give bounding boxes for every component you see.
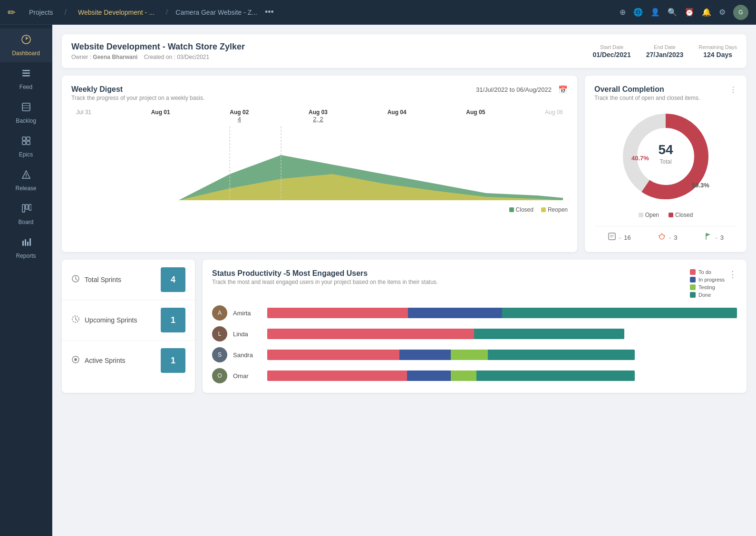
active-sprints-label-group: Active Sprints: [71, 355, 126, 366]
svg-rect-9: [22, 141, 26, 145]
end-date-item: End Date 27/Jan/2023: [646, 44, 684, 58]
backlog-icon: [21, 102, 31, 115]
sidebar-backlog-label: Backlog: [16, 117, 36, 124]
remaining-label: Remaining Days: [698, 44, 737, 50]
settings-icon[interactable]: ⚙: [719, 8, 726, 17]
end-date-value: 27/Jan/2023: [646, 51, 684, 58]
project-title: Website Development - Watch Store Zylker: [71, 42, 245, 52]
digest-header: Weekly Digest Track the progress of your…: [71, 85, 568, 101]
bar-amirta-inprogress: [408, 308, 502, 318]
avatar[interactable]: G: [733, 5, 748, 20]
bell-icon[interactable]: 🔔: [702, 8, 711, 17]
legend-open-label: Open: [645, 212, 659, 218]
stat-tasks: - 16: [608, 232, 631, 243]
sidebar-item-reports[interactable]: Reports: [0, 231, 52, 265]
total-sprints-row: Total Sprints 4: [62, 260, 195, 300]
sidebar-feed-label: Feed: [19, 84, 32, 90]
bottom-grid: Total Sprints 4 Upcoming Sprints: [62, 260, 746, 393]
sidebar: Dashboard Feed Backlog: [0, 25, 52, 536]
day-name-1: Aug 01: [151, 109, 170, 116]
topbar-projects[interactable]: Projects: [25, 7, 57, 18]
sidebar-release-label: Release: [15, 185, 36, 192]
upcoming-sprints-badge: 1: [161, 308, 185, 332]
bar-linda: [267, 329, 624, 339]
search-icon[interactable]: 🔍: [668, 8, 677, 17]
topbar-divider: /: [65, 8, 67, 17]
day-count-2: 4: [230, 116, 249, 123]
legend-todo-label: To do: [698, 269, 711, 275]
sidebar-item-board[interactable]: Board: [0, 197, 52, 231]
stat-bugs: - 3: [658, 232, 678, 243]
legend-closed-label: Closed: [516, 206, 533, 213]
avatar-amirta-inner: A: [212, 305, 227, 321]
feed-icon: [21, 68, 31, 81]
donut-chart-svg: 40.7% 59.3% 54 Total: [618, 109, 713, 204]
svg-text:Total: Total: [659, 158, 671, 165]
end-date-label: End Date: [646, 44, 684, 50]
digest-date-range: 31/Jul/2022 to 06/Aug/2022: [476, 86, 552, 93]
chart-area: [76, 127, 563, 203]
total-sprints-text: Total Sprints: [85, 276, 121, 283]
add-icon[interactable]: ⊕: [620, 8, 626, 17]
day-col-1: Aug 01: [151, 109, 170, 123]
globe-icon[interactable]: 🌐: [633, 8, 643, 17]
sidebar-item-feed[interactable]: Feed: [0, 62, 52, 96]
topbar-center-tab[interactable]: Camera Gear Website - Z...: [175, 9, 257, 16]
prod-menu[interactable]: ⋮: [728, 269, 737, 280]
topbar-right: ⊕ 🌐 👤 🔍 ⏰ 🔔 ⚙ G: [620, 5, 748, 20]
day-col-5: Aug 05: [466, 109, 485, 123]
project-info: Website Development - Watch Store Zylker…: [71, 42, 245, 60]
topbar-active-tab[interactable]: Website Development - ...: [74, 7, 158, 18]
svg-text:40.7%: 40.7%: [631, 155, 649, 162]
chart-legend: Closed Reopen: [71, 206, 568, 213]
total-sprints-icon: [71, 274, 80, 285]
avatar-sandra-inner: S: [212, 347, 227, 362]
bar-sandra-testing: [451, 350, 487, 360]
completion-title-group: Overall Completion Track the count of op…: [594, 85, 700, 101]
legend-reopen: Reopen: [541, 206, 568, 213]
legend-closed-dot: [509, 207, 514, 212]
bar-omar: [267, 370, 635, 381]
bar-sandra-inprogress: [399, 350, 451, 360]
sidebar-item-epics[interactable]: Epics: [0, 130, 52, 164]
stat-bugs-value: 3: [674, 234, 677, 241]
bar-sandra-todo: [267, 350, 399, 360]
stat-flags-value: 3: [720, 234, 724, 241]
upcoming-sprints-text: Upcoming Sprints: [85, 316, 137, 324]
owner-label: Owner :: [71, 54, 91, 60]
digest-subtitle: Track the progress of your project on a …: [71, 95, 204, 101]
legend-done-label: Done: [698, 292, 711, 298]
calendar-icon[interactable]: 📅: [558, 85, 568, 94]
topbar-divider2: /: [166, 8, 168, 17]
prod-subtitle: Track the most and least engaged users i…: [212, 279, 438, 285]
day-col-0: Jul 31: [76, 109, 91, 123]
digest-title-group: Weekly Digest Track the progress of your…: [71, 85, 204, 101]
legend-inprogress: In progress: [690, 277, 725, 283]
active-sprints-badge: 1: [161, 348, 185, 373]
digest-date-range-group: 31/Jul/2022 to 06/Aug/2022 📅: [476, 85, 568, 94]
project-header: Website Development - Watch Store Zylker…: [62, 34, 746, 68]
sprint-stats: Total Sprints 4 Upcoming Sprints: [62, 260, 195, 393]
weekly-chart-svg: [76, 127, 563, 203]
completion-menu[interactable]: ⋮: [729, 85, 737, 101]
avatar-omar: O: [212, 368, 227, 383]
legend-closed-completion-dot: [669, 213, 673, 217]
sidebar-item-release[interactable]: Release: [0, 164, 52, 197]
day-name-5: Aug 05: [466, 109, 485, 116]
prod-title: Status Productivity -5 Most Engaged User…: [212, 269, 438, 278]
topbar-more[interactable]: •••: [265, 7, 274, 17]
svg-rect-14: [22, 205, 25, 212]
start-date-label: Start Date: [592, 44, 630, 50]
upcoming-sprints-row: Upcoming Sprints 1: [62, 300, 195, 341]
flag-icon: [704, 232, 712, 243]
user-icon[interactable]: 👤: [650, 8, 660, 17]
svg-rect-8: [27, 137, 30, 140]
avatar-linda-inner: L: [212, 326, 227, 341]
legend-testing-color: [690, 284, 696, 290]
prod-header-right: To do In progress Testing: [682, 269, 737, 298]
day-count-3: 2, 2: [309, 116, 328, 123]
user-row-omar: O Omar: [212, 368, 737, 383]
sidebar-item-dashboard[interactable]: Dashboard: [0, 29, 52, 62]
clock-icon[interactable]: ⏰: [685, 8, 694, 17]
sidebar-item-backlog[interactable]: Backlog: [0, 96, 52, 130]
